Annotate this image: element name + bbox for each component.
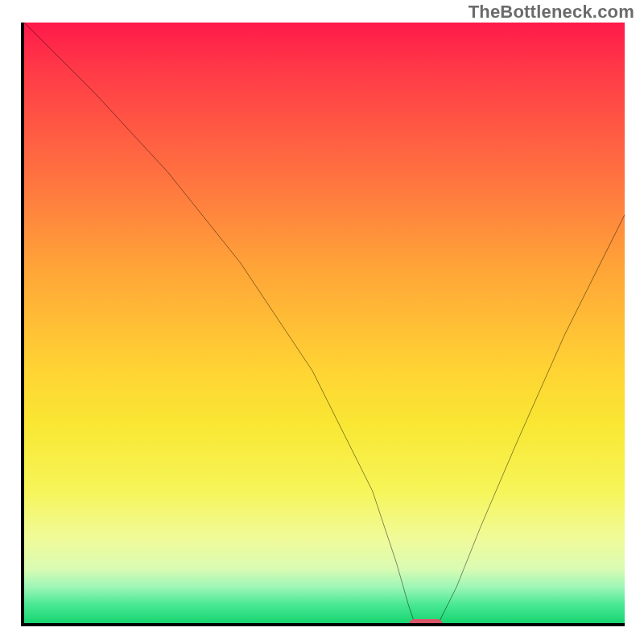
watermark-text: TheBottleneck.com <box>469 2 634 23</box>
curve-path <box>24 23 625 623</box>
chart-frame: TheBottleneck.com <box>0 0 644 644</box>
optimal-marker <box>409 619 443 626</box>
plot-area <box>21 23 625 626</box>
bottleneck-curve <box>24 23 625 623</box>
